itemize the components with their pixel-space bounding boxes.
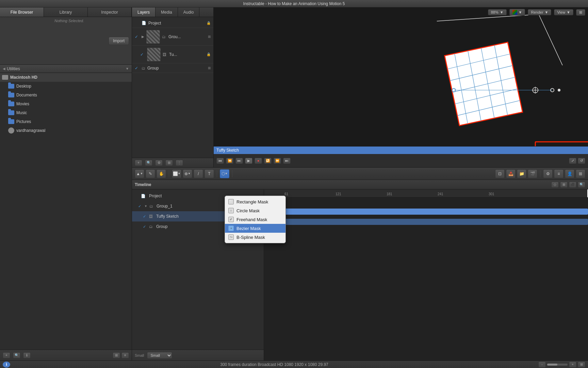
grid-view-button[interactable]: ⊞ xyxy=(113,352,120,358)
shape-tool-button[interactable]: ⬜ ▼ xyxy=(172,169,181,178)
timeline-fit-button[interactable]: ⬛ xyxy=(569,182,576,188)
settings-button[interactable]: ⚙ xyxy=(543,169,553,178)
add-button[interactable]: + xyxy=(3,352,10,358)
render-button[interactable]: Render ▼ xyxy=(528,9,551,15)
anchor-tool-button[interactable]: ⊕ ▼ xyxy=(183,169,192,178)
mask-tool-button[interactable]: ⬡ ▼ xyxy=(220,169,229,178)
tab-layers[interactable]: Layers xyxy=(132,7,156,17)
tab-audio[interactable]: Audio xyxy=(178,7,200,17)
tab-inspector[interactable]: Inspector xyxy=(88,7,132,17)
skip-back-button[interactable]: ⏭ xyxy=(235,158,243,164)
skip-to-start-button[interactable]: ⏮ xyxy=(216,158,224,164)
view-chevron-icon: ▼ xyxy=(567,10,570,14)
layers-grid-button[interactable]: ⊞ xyxy=(165,160,173,166)
view-button[interactable]: View ▼ xyxy=(554,9,573,15)
file-item-desktop[interactable]: Desktop xyxy=(0,82,132,91)
layer-project-icon: 📄 xyxy=(142,21,146,25)
info-icon[interactable]: ℹ xyxy=(3,362,10,368)
circle-mask-option[interactable]: ○ Circle Mask xyxy=(225,206,285,215)
layer-item-tuffy[interactable]: ✓ 🖼 Tu... 🔒 xyxy=(132,46,213,63)
zoom-out-button[interactable]: - xyxy=(538,362,546,368)
rectangle-mask-option[interactable]: ⬜ Rectangle Mask xyxy=(225,197,285,206)
list-view-button[interactable]: ≡ xyxy=(121,352,129,358)
track-tuffy-sketch[interactable]: Sketch xyxy=(264,209,588,215)
bezier-mask-option[interactable]: ⌖ Bezier Mask xyxy=(225,224,285,233)
circle-mask-icon: ○ xyxy=(228,208,234,213)
refresh-button[interactable]: ↺ xyxy=(578,158,585,164)
layer-thumb-tuffy xyxy=(147,48,161,61)
text-tool-button[interactable]: T xyxy=(205,169,214,178)
step-forward-button[interactable]: ⏩ xyxy=(274,158,281,164)
record-button[interactable]: ● xyxy=(255,158,262,164)
line-tool-button[interactable]: / xyxy=(194,169,203,178)
pen-tool-button[interactable]: ✎ xyxy=(146,169,155,178)
file-item-pictures[interactable]: Pictures xyxy=(0,117,132,126)
user-icon xyxy=(8,127,14,134)
zoom-control[interactable]: 88% ▼ xyxy=(488,9,507,15)
search-button[interactable]: 🔍 xyxy=(13,352,20,358)
info-button-left[interactable]: ℹ xyxy=(23,352,31,358)
grid-toggle-button[interactable]: ⊞ xyxy=(576,169,585,178)
share-button[interactable]: 📁 xyxy=(517,169,526,178)
layout-button[interactable]: ⊞ xyxy=(576,9,585,16)
title-text: Instructable - How to Make an Animation … xyxy=(243,1,345,6)
display-button[interactable]: ⊞ xyxy=(578,362,585,368)
play-button[interactable]: ▶ xyxy=(245,158,252,164)
layer-group2-lock: ⊞ xyxy=(208,66,211,70)
pan-tool-button[interactable]: ✋ xyxy=(157,169,166,178)
track-group-sketch[interactable]: Sketch xyxy=(264,219,588,225)
layer-item-group2[interactable]: ✓ 🗂 Group ⊞ xyxy=(132,63,213,73)
tl-group2-icon: 🗂 xyxy=(149,225,153,229)
freehand-mask-option[interactable]: ✐ Freehand Mask xyxy=(225,215,285,224)
tl-check-tuffy: ✓ xyxy=(143,214,147,219)
adjust-button[interactable]: ≡ xyxy=(554,169,564,178)
select-tool-button[interactable]: ▲ ▼ xyxy=(135,169,144,178)
file-item-documents[interactable]: Documents xyxy=(0,91,132,99)
layer-item-group1[interactable]: ✓ ▶ 🗂 Grou... ⊞ xyxy=(132,28,213,46)
render-preview-button[interactable]: ⊡ xyxy=(495,169,505,178)
rectangle-mask-icon: ⬜ xyxy=(228,199,234,204)
import-button[interactable]: Import xyxy=(109,37,129,45)
tab-library[interactable]: Library xyxy=(44,7,88,17)
zoom-in-button[interactable]: + xyxy=(569,362,576,368)
fullscreen-button[interactable]: ⤢ xyxy=(569,158,576,164)
layers-connect-button[interactable]: ⋮ xyxy=(176,160,183,166)
music-label: Music xyxy=(16,110,27,115)
layers-search-button[interactable]: 🔍 xyxy=(145,160,152,166)
layers-gear-button[interactable]: ⚙ xyxy=(155,160,163,166)
layer-thumb-group1 xyxy=(146,30,160,44)
folder-icon xyxy=(8,110,14,115)
layer-project-lock: 🔒 xyxy=(207,21,211,25)
color-control[interactable]: ▼ xyxy=(509,9,525,16)
rewind-button[interactable]: ⏪ xyxy=(226,158,233,164)
file-item-music[interactable]: Music xyxy=(0,108,132,117)
tab-media[interactable]: Media xyxy=(156,7,178,17)
left-tabs: File Browser Library Inspector xyxy=(0,7,132,17)
file-item-movies[interactable]: Movies xyxy=(0,99,132,108)
loop-button[interactable]: 🔁 xyxy=(264,158,272,164)
effects-button[interactable]: 🎬 xyxy=(528,169,537,178)
layer-tuffy-icon: 🖼 xyxy=(163,52,166,57)
file-item-user[interactable]: vardhanagrawal xyxy=(0,126,132,135)
layer-item-project[interactable]: 📄 Project 🔒 xyxy=(132,18,213,28)
zoom-slider[interactable] xyxy=(547,364,568,366)
layers-area: Layers Media Audio 📄 Project � xyxy=(132,7,214,167)
folder-icon xyxy=(8,84,14,89)
b-spline-mask-option[interactable]: 〜 B-Spline Mask xyxy=(225,233,285,242)
tab-file-browser[interactable]: File Browser xyxy=(0,7,44,17)
movies-label: Movies xyxy=(16,102,29,106)
user-label: vardhanagrawal xyxy=(16,128,45,133)
timeline-zoom-button[interactable]: ⊞ xyxy=(560,182,568,188)
timeline-header: Timeline ◇ ⊞ ⬛ 🔍 xyxy=(132,180,588,189)
timeline-search-button[interactable]: 🔍 xyxy=(578,182,585,188)
status-right-controls: - + ⊞ xyxy=(538,362,585,368)
export-button[interactable]: 📤 xyxy=(506,169,516,178)
skip-to-end-button[interactable]: ⏭ xyxy=(283,158,291,164)
timeline-zoom-in-button[interactable]: ◇ xyxy=(551,182,559,188)
timeline-size-select[interactable]: Small Medium Large xyxy=(147,352,172,359)
freehand-mask-icon: ✐ xyxy=(228,217,234,222)
layer-group1-icon: 🗂 xyxy=(162,35,166,39)
file-item-macintosh[interactable]: Macintosh HD xyxy=(0,73,132,82)
layers-add-button[interactable]: + xyxy=(135,160,142,166)
person-button[interactable]: 👤 xyxy=(565,169,574,178)
